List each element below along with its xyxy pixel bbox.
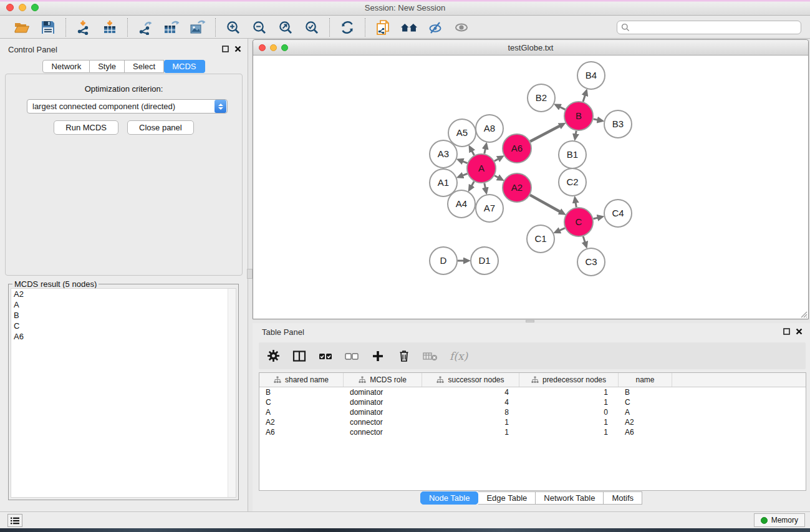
- graph-node-D1[interactable]: D1: [471, 247, 498, 274]
- run-mcds-button[interactable]: Run MCDS: [54, 120, 118, 135]
- cell-name[interactable]: B: [619, 387, 672, 397]
- tab-network-table[interactable]: Network Table: [536, 491, 604, 505]
- graph-node-B[interactable]: B: [564, 102, 593, 130]
- graph-edge-A-A3[interactable]: [463, 162, 468, 163]
- graph-node-A2[interactable]: A2: [503, 173, 531, 202]
- save-session-button[interactable]: [35, 17, 61, 37]
- graph-edge-A6-B[interactable]: [530, 126, 560, 142]
- tab-select[interactable]: Select: [125, 60, 164, 73]
- export-image-button[interactable]: [185, 17, 211, 37]
- cell-successor-nodes[interactable]: 4: [422, 397, 519, 407]
- cell-successor-nodes[interactable]: 8: [422, 407, 519, 417]
- zoom-out-button[interactable]: [246, 17, 272, 37]
- cell-shared-name[interactable]: B: [259, 387, 344, 397]
- table-row[interactable]: A6 connector 1 1 A6: [259, 427, 806, 437]
- import-table-button[interactable]: [97, 17, 123, 37]
- search-input[interactable]: [632, 23, 797, 32]
- graph-edge-A2-C[interactable]: [530, 195, 560, 212]
- graph-node-B1[interactable]: B1: [559, 141, 586, 168]
- function-builder-button[interactable]: f(x): [448, 350, 468, 362]
- graph-node-B2[interactable]: B2: [528, 84, 555, 112]
- graph-edge-C-C1[interactable]: [559, 228, 565, 231]
- zoom-in-button[interactable]: [220, 17, 246, 37]
- criterion-dropdown[interactable]: largest connected component (directed): [27, 99, 228, 114]
- table-row[interactable]: A2 connector 1 1 A2: [259, 417, 806, 427]
- cell-mcds-role[interactable]: dominator: [344, 397, 422, 407]
- search-field[interactable]: [617, 21, 801, 34]
- cell-name[interactable]: A: [619, 407, 672, 417]
- graph-edge-B-B3[interactable]: [594, 119, 598, 120]
- column-header-name[interactable]: name: [619, 373, 672, 387]
- cell-successor-nodes[interactable]: 1: [422, 417, 519, 427]
- memory-button[interactable]: Memory: [754, 513, 805, 527]
- graph-node-A3[interactable]: A3: [430, 140, 457, 168]
- graph-edge-A-A1[interactable]: [463, 173, 468, 175]
- graph-node-A6[interactable]: A6: [503, 134, 531, 163]
- graph-edge-C-C2[interactable]: [576, 203, 576, 208]
- result-item[interactable]: B: [11, 310, 236, 321]
- graph-node-C2[interactable]: C2: [559, 168, 586, 196]
- cell-mcds-role[interactable]: dominator: [344, 407, 422, 417]
- cell-predecessor-nodes[interactable]: 0: [519, 407, 619, 417]
- home-button[interactable]: [396, 17, 422, 37]
- cell-shared-name[interactable]: C: [259, 397, 344, 407]
- graph-edge-A-A6[interactable]: [494, 159, 498, 162]
- show-columns-button[interactable]: [291, 348, 307, 364]
- graph-node-A1[interactable]: A1: [430, 169, 457, 196]
- cell-successor-nodes[interactable]: 4: [422, 387, 519, 397]
- graph-edge-B-B1[interactable]: [576, 131, 576, 135]
- graph-edge-A-A2[interactable]: [494, 175, 498, 177]
- graph-node-A7[interactable]: A7: [476, 195, 503, 222]
- result-item[interactable]: C: [11, 321, 236, 331]
- table-row[interactable]: C dominator 4 1 C: [259, 397, 806, 407]
- tab-mcds[interactable]: MCDS: [164, 60, 205, 73]
- new-network-from-selection-button[interactable]: [370, 17, 396, 37]
- network-window-titlebar[interactable]: testGlobe.txt: [253, 40, 808, 56]
- cell-predecessor-nodes[interactable]: 1: [519, 417, 619, 427]
- network-graph[interactable]: B4B2BB3A5A8A6A3AB1A1A2C2A4A7C4CC1DD1C3: [253, 56, 808, 319]
- table-settings-button[interactable]: [265, 348, 281, 364]
- close-panel-icon[interactable]: [796, 328, 803, 335]
- cell-name[interactable]: C: [619, 397, 672, 407]
- graph-edge-A-A7[interactable]: [485, 183, 486, 188]
- graph-node-C1[interactable]: C1: [527, 225, 554, 253]
- tab-style[interactable]: Style: [90, 60, 125, 73]
- cell-shared-name[interactable]: A: [259, 407, 344, 417]
- cell-shared-name[interactable]: A6: [259, 427, 344, 437]
- graph-edge-A-A8[interactable]: [485, 148, 486, 153]
- graph-node-B4[interactable]: B4: [577, 62, 605, 89]
- deselect-all-columns-button[interactable]: [344, 348, 360, 364]
- delete-column-button[interactable]: [396, 348, 412, 364]
- graph-node-B3[interactable]: B3: [604, 110, 632, 138]
- graph-edge-C-C4[interactable]: [593, 218, 597, 219]
- graph-node-C4[interactable]: C4: [604, 200, 632, 227]
- graph-node-C[interactable]: C: [564, 208, 593, 236]
- graph-edge-B-B4[interactable]: [583, 95, 585, 102]
- graph-node-D[interactable]: D: [430, 247, 457, 274]
- column-header-predecessor-nodes[interactable]: predecessor nodes: [519, 373, 619, 387]
- cell-predecessor-nodes[interactable]: 1: [519, 387, 619, 397]
- cell-name[interactable]: A6: [619, 427, 672, 437]
- table-row[interactable]: A dominator 8 0 A: [259, 407, 806, 417]
- graph-node-A[interactable]: A: [467, 154, 496, 183]
- result-item[interactable]: A: [11, 299, 236, 310]
- delete-table-button[interactable]: [422, 348, 438, 364]
- cell-mcds-role[interactable]: dominator: [344, 387, 422, 397]
- cell-shared-name[interactable]: A2: [259, 417, 344, 427]
- graph-node-C3[interactable]: C3: [577, 248, 605, 276]
- cell-predecessor-nodes[interactable]: 1: [519, 427, 619, 437]
- result-item[interactable]: A6: [11, 331, 236, 342]
- graph-edge-B-B2[interactable]: [560, 107, 566, 109]
- cell-predecessor-nodes[interactable]: 1: [519, 397, 619, 407]
- column-header-shared-name[interactable]: shared name: [259, 373, 344, 387]
- splitter-handle[interactable]: [247, 269, 253, 279]
- graph-edge-A-A5[interactable]: [472, 151, 475, 155]
- create-column-button[interactable]: [370, 348, 386, 364]
- zoom-selected-button[interactable]: [299, 17, 325, 37]
- cell-name[interactable]: A2: [619, 417, 672, 427]
- splitter-handle[interactable]: [526, 320, 534, 322]
- graph-node-A4[interactable]: A4: [448, 190, 475, 218]
- cell-mcds-role[interactable]: connector: [344, 417, 422, 427]
- network-canvas[interactable]: B4B2BB3A5A8A6A3AB1A1A2C2A4A7C4CC1DD1C3: [253, 56, 808, 319]
- show-all-button[interactable]: [448, 17, 475, 37]
